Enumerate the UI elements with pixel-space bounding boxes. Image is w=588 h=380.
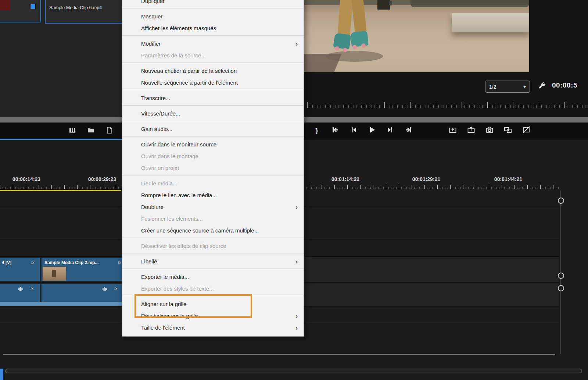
icon-view-button[interactable] xyxy=(68,126,77,136)
preview-skater-leg xyxy=(351,0,367,33)
monitor-timecode: 00:00:5 xyxy=(552,81,588,91)
new-bin-button[interactable] xyxy=(86,126,95,136)
project-panel: Sample Media Clip 6.mp4 xyxy=(0,0,122,117)
preview-skate-wheel xyxy=(343,48,347,52)
step-back-icon xyxy=(349,125,358,136)
scrollbar-handle[interactable] xyxy=(558,285,564,291)
menu-separator xyxy=(122,269,304,269)
video-preview xyxy=(304,0,529,72)
clip-label: Sample Media Clip 2.mp... xyxy=(44,260,98,265)
selection-checkbox[interactable] xyxy=(30,4,36,9)
menu-separator xyxy=(122,253,304,253)
lift-icon xyxy=(448,125,457,136)
dropdown-value: 1/2 xyxy=(489,84,496,90)
global-fx-mute-icon xyxy=(522,125,531,136)
toolbar-spacer xyxy=(423,131,439,131)
monitor-time-ruler[interactable] xyxy=(307,99,588,108)
menu-item-ouvrir-projet: Ouvrir un projet xyxy=(122,162,304,174)
program-monitor-panel: 1/2 ▾ 00:00:5 xyxy=(304,0,588,117)
play-button[interactable] xyxy=(368,126,376,135)
menu-item-nouvelle-sequence[interactable]: Nouvelle séquence à partir de l'élément xyxy=(122,77,304,88)
go-to-out-button[interactable] xyxy=(404,126,413,135)
menu-item-lier-media: Lier le média... xyxy=(122,177,304,189)
new-item-button[interactable] xyxy=(105,126,114,136)
go-to-in-button[interactable] xyxy=(331,126,340,135)
export-frame-button[interactable] xyxy=(485,126,494,135)
comparison-view-button[interactable] xyxy=(503,126,512,135)
step-back-button[interactable] xyxy=(349,126,358,135)
menu-separator xyxy=(122,238,304,238)
submenu-arrow-icon: › xyxy=(295,324,298,331)
clip-thumbnail xyxy=(0,0,10,10)
menu-item-rompre-lien-media[interactable]: Rompre le lien avec le média... xyxy=(122,189,304,201)
work-area-bar xyxy=(0,190,121,191)
preview-skate-wheel xyxy=(361,43,366,48)
menu-item-exporter-styles-texte: Exporter des styles de texte... xyxy=(122,283,304,294)
horizontal-scrollbar[interactable] xyxy=(5,369,582,373)
monitor-settings-button[interactable] xyxy=(538,82,547,91)
menu-separator xyxy=(122,63,304,63)
video-clip[interactable]: Sample Media Clip 2.mp... fx xyxy=(41,258,132,281)
fx-badge[interactable]: fx xyxy=(31,286,34,291)
submenu-arrow-icon: › xyxy=(295,258,298,265)
menu-item-modifier[interactable]: Modifier› xyxy=(122,38,304,49)
menu-item-exporter-media[interactable]: Exporter le média... xyxy=(122,271,304,283)
menu-separator xyxy=(122,90,304,90)
menu-item-nouveau-chutier[interactable]: Nouveau chutier à partir de la sélection xyxy=(122,65,304,77)
menu-item-ouvrir-moniteur-source[interactable]: Ouvrir dans le moniteur source xyxy=(122,138,304,150)
lift-button[interactable] xyxy=(448,126,457,135)
menu-item-taille-element[interactable]: Taille de l'élément› xyxy=(122,322,304,333)
video-clip[interactable]: 4 [V] fx xyxy=(0,258,40,281)
fx-badge[interactable]: fx xyxy=(114,286,118,291)
menu-item-masquer[interactable]: Masquer xyxy=(122,10,304,22)
vertical-scrollbar[interactable] xyxy=(560,191,561,354)
menu-item-gain-audio[interactable]: Gain audio... xyxy=(122,123,304,135)
new-item-icon xyxy=(105,126,113,136)
play-icon xyxy=(368,125,376,136)
menu-item-doublure[interactable]: Doublure› xyxy=(122,201,304,213)
ruler-timecode: 00:01:14:22 xyxy=(331,176,359,182)
clip-filename: Sample Media Clip 6.mp4 xyxy=(49,5,102,10)
submenu-arrow-icon: › xyxy=(295,40,298,47)
project-clip-item[interactable]: Sample Media Clip 6.mp4 xyxy=(45,0,125,24)
clip-label: 4 [V] xyxy=(2,260,11,265)
menu-separator xyxy=(122,121,304,121)
monitor-page-dropdown[interactable]: 1/2 ▾ xyxy=(485,81,530,93)
timeline-bottom-divider xyxy=(3,354,555,355)
menu-item-creer-sequence-multicam[interactable]: Créer une séquence source à caméra multi… xyxy=(122,224,304,236)
ruler-timecode: 00:00:14:23 xyxy=(12,176,40,182)
global-fx-mute-button[interactable] xyxy=(522,126,531,135)
menu-item-parametres-source: Paramètres de la source... xyxy=(122,49,304,61)
submenu-arrow-icon: › xyxy=(295,203,298,210)
preview-skate-wheel xyxy=(352,45,357,49)
marker-brace-icon[interactable]: } xyxy=(312,126,321,135)
panel-focus-indicator xyxy=(0,369,3,380)
extract-button[interactable] xyxy=(467,126,476,135)
scrollbar-handle[interactable] xyxy=(558,273,564,279)
menu-item-desactiver-effets-clip: Désactiver les effets de clip source xyxy=(122,240,304,252)
preview-bushes xyxy=(410,0,529,7)
preview-skate-wheel xyxy=(335,46,339,51)
menu-item-afficher-elements-masques[interactable]: Afficher les éléments masqués xyxy=(122,22,304,34)
chevron-down-icon: ▾ xyxy=(523,84,526,90)
premiere-app-window: Sample Media Clip 6.mp4 1/2 ▾ xyxy=(0,0,588,380)
menu-item-vitesse-duree[interactable]: Vitesse/Durée... xyxy=(122,107,304,119)
extract-icon xyxy=(467,125,476,136)
menu-item-transcrire[interactable]: Transcrire... xyxy=(122,92,304,104)
ruler-timecode: 00:00:29:23 xyxy=(88,176,116,182)
step-forward-button[interactable] xyxy=(386,126,395,135)
fx-badge[interactable]: fx xyxy=(31,260,35,264)
waveform-icon xyxy=(102,286,108,293)
menu-separator xyxy=(122,8,304,8)
menu-item-libelle[interactable]: Libellé› xyxy=(122,255,304,267)
project-clip-item[interactable] xyxy=(0,0,41,22)
step-forward-icon xyxy=(386,125,395,136)
menu-item-dupliquer[interactable]: Dupliquer xyxy=(122,0,304,7)
folder-icon xyxy=(87,126,95,136)
ruler-timecode: 00:01:44:21 xyxy=(494,176,522,182)
icon-view-icon xyxy=(68,126,76,136)
preview-distant-figure xyxy=(389,1,392,6)
scrollbar-handle[interactable] xyxy=(558,198,564,204)
camera-icon xyxy=(485,125,494,136)
fx-badge[interactable]: fx xyxy=(118,260,121,264)
